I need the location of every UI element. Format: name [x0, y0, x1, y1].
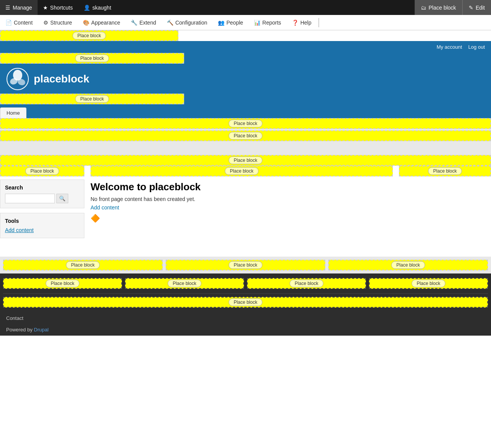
user-label: skaught [92, 5, 111, 11]
place-block-strip-fd3: Place block [247, 278, 366, 289]
shortcuts-button[interactable]: ★ Shortcuts [38, 0, 78, 15]
place-block-button-fp3[interactable]: Place block [391, 261, 425, 269]
footer-pre-col-2: Place block [166, 260, 325, 270]
user-button[interactable]: 👤 skaught [78, 0, 117, 15]
place-block-button-fb[interactable]: Place block [229, 298, 262, 306]
nav-help-label: Help [300, 20, 311, 26]
footer-pre-section: Place block Place block Place block [0, 257, 491, 273]
footer-info: Contact Powered by Drupal [0, 312, 491, 336]
place-block-button-3[interactable]: Place block [75, 95, 109, 103]
add-content-link-sidebar[interactable]: Add content [5, 227, 34, 233]
place-block-strip-fp2: Place block [166, 260, 325, 270]
main-title: Welcome to placeblock [91, 181, 393, 193]
place-block-button-left[interactable]: Place block [25, 167, 59, 175]
site-branding: placeblock [0, 64, 491, 91]
nav-reports-label: Reports [262, 20, 281, 26]
people-icon: 👥 [218, 20, 224, 26]
nav-appearance[interactable]: 🎨 Appearance [77, 15, 126, 30]
nav-reports[interactable]: 📊 Reports [249, 15, 287, 30]
place-block-button-fp2[interactable]: Place block [229, 261, 262, 269]
help-icon: ❓ [292, 20, 298, 26]
place-block-button-2[interactable]: Place block [75, 54, 109, 62]
site-header-top: My account Log out [0, 41, 491, 53]
col-left: Place block Search 🔍 Tools Add content [0, 166, 84, 243]
place-block-strip-fp3: Place block [328, 260, 488, 270]
place-block-button-fp1[interactable]: Place block [66, 261, 99, 269]
place-block-strip-4: Place block [0, 118, 491, 129]
structure-icon: ⚙ [43, 20, 48, 26]
nav-extend[interactable]: 🔧 Extend [125, 15, 161, 30]
footer-contact: Contact [6, 315, 485, 321]
main-subtitle: No front page content has been created y… [91, 196, 393, 202]
place-block-button-right[interactable]: Place block [428, 167, 461, 175]
nav-configuration[interactable]: 🔨 Configuration [161, 15, 213, 30]
place-block-button-1[interactable]: Place block [72, 32, 106, 40]
site-header: My account Log out Place block placebloc… [0, 41, 491, 118]
place-block-strip-main: Place block [91, 166, 393, 176]
nav-help[interactable]: ❓ Help [287, 15, 317, 30]
admin-toolbar: ☰ Manage ★ Shortcuts 👤 skaught 🗂 Place b… [0, 0, 491, 15]
block-icon: 🗂 [421, 5, 426, 11]
search-icon: 🔍 [59, 196, 66, 201]
drupal-link[interactable]: Drupal [34, 327, 48, 333]
configuration-icon: 🔨 [167, 20, 173, 26]
place-block-button-5[interactable]: Place block [229, 132, 262, 140]
add-content-link-main[interactable]: Add content [91, 204, 119, 211]
place-block-button-fd2[interactable]: Place block [168, 280, 201, 287]
search-input[interactable] [5, 194, 55, 203]
footer-pre-col-3: Place block [328, 260, 488, 270]
nav-extend-label: Extend [139, 20, 156, 26]
tools-block: Tools Add content [0, 213, 84, 238]
place-block-button-fd1[interactable]: Place block [46, 280, 79, 287]
user-icon: 👤 [84, 5, 90, 11]
footer-pre-col-1: Place block [3, 260, 163, 270]
nav-structure[interactable]: ⚙ Structure [38, 15, 77, 30]
place-block-strip-6: Place block [0, 155, 491, 166]
edit-button[interactable]: ✎ Edit [462, 0, 491, 15]
site-nav: Home [0, 104, 491, 118]
place-block-strip-right: Place block [399, 166, 491, 176]
three-col-section: Place block Search 🔍 Tools Add content [0, 166, 491, 243]
footer-bottom-strip: Place block [3, 293, 488, 308]
appearance-icon: 🎨 [83, 20, 89, 26]
place-block-button-fd4[interactable]: Place block [412, 280, 445, 287]
place-block-strip-left: Place block [0, 166, 84, 176]
tools-title: Tools [5, 218, 79, 224]
nav-bar: 📄 Content ⚙ Structure 🎨 Appearance 🔧 Ext… [0, 15, 491, 30]
edit-icon: ✎ [469, 5, 473, 11]
log-out-link[interactable]: Log out [468, 44, 485, 50]
footer-powered-by: Powered by Drupal [6, 327, 485, 333]
my-account-link[interactable]: My account [437, 44, 462, 50]
place-block-button-4[interactable]: Place block [229, 120, 262, 127]
place-block-strip-2: Place block [0, 53, 184, 64]
footer-dark: Place block Place block Place block Plac… [0, 273, 491, 312]
place-block-strip-fd4: Place block [369, 278, 488, 289]
manage-button[interactable]: ☰ Manage [0, 0, 38, 15]
place-block-button-6[interactable]: Place block [229, 156, 262, 164]
place-block-top-button[interactable]: 🗂 Place block [415, 0, 462, 15]
place-block-button-fd3[interactable]: Place block [290, 280, 323, 287]
footer-dark-col-1: Place block [3, 278, 122, 289]
col-main: Place block Welcome to placeblock No fro… [84, 166, 399, 243]
main-wrapper: Place block Place block Place block Plac… [0, 118, 491, 336]
footer-dark-col-2: Place block [125, 278, 244, 289]
nav-divider [318, 18, 319, 27]
search-submit-button[interactable]: 🔍 [56, 194, 68, 203]
home-tab[interactable]: Home [0, 107, 26, 118]
edit-label: Edit [476, 5, 485, 11]
place-block-strip-fb: Place block [3, 297, 488, 308]
search-block: Search 🔍 [0, 180, 84, 208]
nav-content[interactable]: 📄 Content [0, 15, 38, 30]
place-block-button-main[interactable]: Place block [225, 167, 258, 175]
nav-appearance-label: Appearance [91, 20, 120, 26]
extend-icon: 🔧 [131, 20, 137, 26]
search-title: Search [5, 184, 79, 191]
content-icon: 📄 [5, 20, 12, 26]
reports-icon: 📊 [254, 20, 260, 26]
nav-structure-label: Structure [50, 20, 72, 26]
footer-dark-row: Place block Place block Place block Plac… [3, 278, 488, 289]
place-block-top-label: Place block [428, 5, 456, 11]
nav-people[interactable]: 👥 People [213, 15, 249, 30]
place-block-strip-1: Place block [0, 30, 178, 41]
col-right: Place block [399, 166, 491, 243]
